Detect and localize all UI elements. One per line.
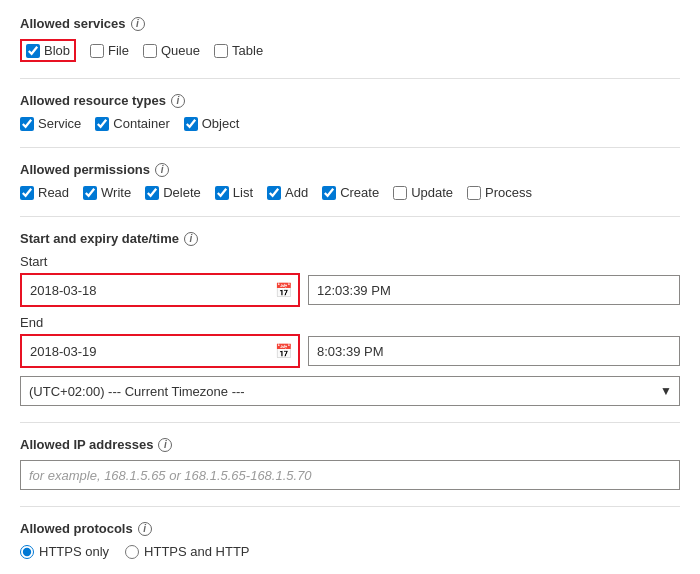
checkbox-create[interactable]: Create: [322, 185, 379, 200]
checkbox-list[interactable]: List: [215, 185, 253, 200]
allowed-permissions-section: Allowed permissions i Read Write Delete …: [20, 162, 680, 200]
radio-https-http[interactable]: HTTPS and HTTP: [125, 544, 249, 559]
start-expiry-section: Start and expiry date/time i Start 📅 End…: [20, 231, 680, 406]
end-calendar-icon[interactable]: 📅: [275, 343, 292, 359]
checkbox-list-label: List: [233, 185, 253, 200]
checkbox-update-input[interactable]: [393, 186, 407, 200]
start-date-wrapper: 📅: [20, 273, 300, 307]
checkbox-queue[interactable]: Queue: [143, 43, 200, 58]
start-date-time-row: 📅: [20, 273, 680, 307]
end-time-input[interactable]: [308, 336, 680, 366]
checkbox-object-label: Object: [202, 116, 240, 131]
radio-https-http-input[interactable]: [125, 545, 139, 559]
allowed-ip-title: Allowed IP addresses i: [20, 437, 680, 452]
checkbox-queue-label: Queue: [161, 43, 200, 58]
checkbox-file[interactable]: File: [90, 43, 129, 58]
radio-https-only[interactable]: HTTPS only: [20, 544, 109, 559]
checkbox-file-label: File: [108, 43, 129, 58]
checkbox-process[interactable]: Process: [467, 185, 532, 200]
checkbox-object[interactable]: Object: [184, 116, 240, 131]
allowed-protocols-info-icon[interactable]: i: [138, 522, 152, 536]
divider-3: [20, 216, 680, 217]
allowed-ip-info-icon[interactable]: i: [158, 438, 172, 452]
radio-https-http-label: HTTPS and HTTP: [144, 544, 249, 559]
checkbox-queue-input[interactable]: [143, 44, 157, 58]
start-calendar-icon[interactable]: 📅: [275, 282, 292, 298]
checkbox-container[interactable]: Container: [95, 116, 169, 131]
allowed-services-label: Allowed services: [20, 16, 126, 31]
allowed-resource-types-info-icon[interactable]: i: [171, 94, 185, 108]
checkbox-create-input[interactable]: [322, 186, 336, 200]
timezone-wrapper: (UTC+02:00) --- Current Timezone --- ▼: [20, 376, 680, 406]
checkbox-read-input[interactable]: [20, 186, 34, 200]
checkbox-read-label: Read: [38, 185, 69, 200]
checkbox-process-label: Process: [485, 185, 532, 200]
allowed-ip-input[interactable]: [20, 460, 680, 490]
checkbox-write-label: Write: [101, 185, 131, 200]
checkbox-blob-input[interactable]: [26, 44, 40, 58]
end-date-time-row: 📅: [20, 334, 680, 368]
divider-1: [20, 78, 680, 79]
allowed-protocols-label: Allowed protocols: [20, 521, 133, 536]
start-expiry-info-icon[interactable]: i: [184, 232, 198, 246]
checkbox-table[interactable]: Table: [214, 43, 263, 58]
checkbox-table-input[interactable]: [214, 44, 228, 58]
checkbox-add-label: Add: [285, 185, 308, 200]
allowed-services-title: Allowed services i: [20, 16, 680, 31]
allowed-ip-section: Allowed IP addresses i: [20, 437, 680, 490]
allowed-permissions-label: Allowed permissions: [20, 162, 150, 177]
checkbox-create-label: Create: [340, 185, 379, 200]
allowed-services-checkboxes: Blob File Queue Table: [20, 39, 680, 62]
timezone-select[interactable]: (UTC+02:00) --- Current Timezone ---: [20, 376, 680, 406]
checkbox-write[interactable]: Write: [83, 185, 131, 200]
checkbox-delete-input[interactable]: [145, 186, 159, 200]
allowed-services-section: Allowed services i Blob File Queue Table: [20, 16, 680, 62]
start-expiry-label: Start and expiry date/time: [20, 231, 179, 246]
checkbox-service-label: Service: [38, 116, 81, 131]
checkbox-add[interactable]: Add: [267, 185, 308, 200]
checkbox-delete-label: Delete: [163, 185, 201, 200]
start-label: Start: [20, 254, 680, 269]
radio-https-only-input[interactable]: [20, 545, 34, 559]
allowed-permissions-info-icon[interactable]: i: [155, 163, 169, 177]
start-expiry-title: Start and expiry date/time i: [20, 231, 680, 246]
checkbox-update[interactable]: Update: [393, 185, 453, 200]
checkbox-write-input[interactable]: [83, 186, 97, 200]
allowed-protocols-radios: HTTPS only HTTPS and HTTP: [20, 544, 680, 559]
end-date-wrapper: 📅: [20, 334, 300, 368]
checkbox-list-input[interactable]: [215, 186, 229, 200]
allowed-protocols-title: Allowed protocols i: [20, 521, 680, 536]
start-date-input[interactable]: [22, 275, 298, 305]
checkbox-blob[interactable]: Blob: [20, 39, 76, 62]
checkbox-blob-label: Blob: [44, 43, 70, 58]
start-time-input[interactable]: [308, 275, 680, 305]
checkbox-add-input[interactable]: [267, 186, 281, 200]
divider-4: [20, 422, 680, 423]
allowed-permissions-checkboxes: Read Write Delete List Add Create Update: [20, 185, 680, 200]
checkbox-table-label: Table: [232, 43, 263, 58]
allowed-resource-types-label: Allowed resource types: [20, 93, 166, 108]
checkbox-container-label: Container: [113, 116, 169, 131]
allowed-resource-types-checkboxes: Service Container Object: [20, 116, 680, 131]
end-date-input[interactable]: [22, 336, 298, 366]
allowed-protocols-section: Allowed protocols i HTTPS only HTTPS and…: [20, 521, 680, 559]
divider-2: [20, 147, 680, 148]
checkbox-update-label: Update: [411, 185, 453, 200]
checkbox-service[interactable]: Service: [20, 116, 81, 131]
checkbox-delete[interactable]: Delete: [145, 185, 201, 200]
allowed-resource-types-title: Allowed resource types i: [20, 93, 680, 108]
allowed-ip-label: Allowed IP addresses: [20, 437, 153, 452]
checkbox-process-input[interactable]: [467, 186, 481, 200]
checkbox-read[interactable]: Read: [20, 185, 69, 200]
radio-https-only-label: HTTPS only: [39, 544, 109, 559]
checkbox-service-input[interactable]: [20, 117, 34, 131]
checkbox-object-input[interactable]: [184, 117, 198, 131]
end-label: End: [20, 315, 680, 330]
checkbox-file-input[interactable]: [90, 44, 104, 58]
allowed-resource-types-section: Allowed resource types i Service Contain…: [20, 93, 680, 131]
allowed-services-info-icon[interactable]: i: [131, 17, 145, 31]
allowed-permissions-title: Allowed permissions i: [20, 162, 680, 177]
checkbox-container-input[interactable]: [95, 117, 109, 131]
divider-5: [20, 506, 680, 507]
